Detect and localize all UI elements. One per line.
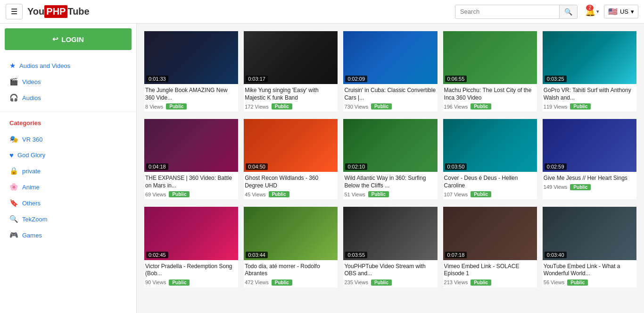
video-card[interactable]: 0:03:17 Mike Yung singing 'Easy' with Ma… [244, 31, 338, 111]
view-count: 149 Views [544, 184, 568, 190]
video-info: Cruisin' in Cuba: Classic Convertible Ca… [343, 84, 437, 111]
video-meta: 107 Views Public [444, 191, 536, 197]
video-info: Wild Atlantic Way in 360: Surfing Below … [343, 172, 437, 199]
video-info: The Jungle Book AMAZING New 360 Vide... … [144, 84, 238, 111]
visibility-badge: Public [272, 103, 292, 110]
vr-icon: 🎭 [9, 135, 18, 144]
sidebar-item-label: Others [22, 200, 41, 207]
video-card[interactable]: 0:02:09 Cruisin' in Cuba: Classic Conver… [343, 31, 437, 111]
video-thumbnail: 0:03:40 [543, 207, 636, 260]
video-duration: 0:03:25 [545, 76, 567, 82]
logo-php: PHP [44, 5, 67, 18]
video-title: YouTube Embed Link - What a Wonderful Wo… [544, 263, 636, 278]
video-thumbnail: 0:03:50 [443, 119, 537, 172]
video-card[interactable]: 0:03:50 Cover - Deus é Deus - Hellen Car… [443, 119, 537, 199]
star-icon: ★ [9, 61, 16, 70]
video-title: Victor Pradella - Redemption Song (Bob..… [145, 263, 237, 278]
video-card[interactable]: 0:03:44 Todo dia, até morrer - Rodolfo A… [244, 207, 338, 287]
video-meta: 119 Views Public [544, 103, 636, 110]
view-count: 235 Views [344, 279, 368, 285]
video-duration: 0:04:18 [146, 163, 168, 170]
search-input[interactable] [455, 5, 559, 18]
logo-you: You [27, 6, 44, 17]
video-thumbnail: 0:06:55 [443, 31, 537, 84]
video-thumbnail: 0:01:33 [144, 31, 238, 84]
sidebar-item-games[interactable]: 🎮 Games [0, 227, 136, 243]
header-right: 🔔 2 ▾ 🇺🇸 US ▾ [585, 5, 638, 18]
video-meta: 69 Views Public [145, 191, 237, 197]
sidebar-item-label: God Glory [17, 152, 45, 159]
video-thumbnail: 0:02:09 [343, 31, 437, 84]
video-card[interactable]: 0:04:18 THE EXPANSE | 360 Video: Battle … [144, 119, 238, 199]
video-card[interactable]: 0:03:25 GoPro VR: Tahiti Surf with Antho… [543, 31, 636, 111]
video-title: Give Me Jesus // Her Heart Sings [544, 175, 636, 182]
video-info: Mike Yung singing 'Easy' with Majestic K… [244, 84, 338, 111]
sidebar-item-label: private [22, 168, 41, 175]
header: ☰ YouPHPTube 🔍 🔔 2 ▾ 🇺🇸 US ▾ [0, 0, 644, 24]
video-card[interactable]: 0:02:59 Give Me Jesus // Her Heart Sings… [543, 119, 636, 199]
sidebar-item-videos[interactable]: 🎬 Videos [0, 74, 136, 90]
video-card[interactable]: 0:03:40 YouTube Embed Link - What a Wond… [543, 207, 636, 287]
visibility-badge: Public [166, 103, 187, 110]
video-title: Todo dia, até morrer - Rodolfo Abrantes [245, 263, 337, 278]
sidebar-nav-section: ★ Audios and Videos 🎬 Videos 🎧 Audios [0, 55, 136, 109]
video-info: Victor Pradella - Redemption Song (Bob..… [144, 260, 238, 288]
visibility-badge: Public [272, 279, 292, 286]
video-meta: 149 Views Public [544, 184, 636, 190]
video-title: Cover - Deus é Deus - Hellen Caroline [444, 175, 536, 189]
sidebar-item-label: TekZoom [22, 216, 47, 223]
flower-icon: 🌸 [9, 183, 18, 191]
video-info: YouTube Embed Link - What a Wonderful Wo… [543, 260, 636, 288]
video-card[interactable]: 0:04:50 Ghost Recon Wildlands - 360 Degr… [244, 119, 338, 199]
video-info: THE EXPANSE | 360 Video: Battle on Mars … [144, 172, 238, 199]
login-label: LOGIN [61, 35, 84, 43]
visibility-badge: Public [567, 279, 588, 286]
video-card[interactable]: 0:07:18 Vimeo Embed Link - SOLACE Episod… [443, 207, 537, 287]
language-chevron-icon: ▾ [631, 8, 634, 15]
sidebar-item-god-glory[interactable]: ♥ God Glory [0, 147, 136, 163]
login-button[interactable]: ↩ LOGIN [5, 28, 132, 50]
logo: YouPHPTube [27, 5, 90, 18]
sidebar-item-tekzoom[interactable]: 🔍 TekZoom [0, 211, 136, 227]
sidebar-categories-section: 🎭 VR 360 ♥ God Glory 🔒 private 🌸 Anime 🔖… [0, 128, 136, 246]
categories-title: Categories [0, 115, 136, 128]
visibility-badge: Public [570, 184, 591, 190]
video-title: Wild Atlantic Way in 360: Surfing Below … [344, 175, 436, 189]
video-duration: 0:03:17 [246, 76, 268, 82]
notifications-button[interactable]: 🔔 2 ▾ [585, 7, 599, 17]
video-meta: 51 Views Public [344, 191, 436, 197]
video-card[interactable]: 0:03:55 YouPHPTube Video Stream with OBS… [343, 207, 437, 287]
view-count: 196 Views [444, 104, 468, 110]
video-title: THE EXPANSE | 360 Video: Battle on Mars … [145, 175, 237, 189]
video-duration: 0:02:09 [345, 76, 367, 82]
video-thumbnail: 0:03:44 [244, 207, 338, 260]
sidebar-item-anime[interactable]: 🌸 Anime [0, 179, 136, 195]
sidebar-item-audios[interactable]: 🎧 Audios [0, 90, 136, 106]
menu-button[interactable]: ☰ [6, 4, 23, 19]
sidebar-item-label: Audios and Videos [19, 62, 70, 69]
search-button[interactable]: 🔍 [559, 5, 577, 18]
video-title: Mike Yung singing 'Easy' with Majestic K… [245, 87, 337, 102]
visibility-badge: Public [169, 279, 190, 286]
sidebar-item-audios-videos[interactable]: ★ Audios and Videos [0, 58, 136, 74]
sidebar-item-label: Anime [22, 184, 40, 191]
video-card[interactable]: 0:01:33 The Jungle Book AMAZING New 360 … [144, 31, 238, 111]
view-count: 213 Views [444, 279, 468, 285]
video-meta: 730 Views Public [344, 103, 436, 110]
sidebar-item-private[interactable]: 🔒 private [0, 163, 136, 179]
language-button[interactable]: 🇺🇸 US ▾ [604, 5, 638, 18]
video-card[interactable]: 0:06:55 Machu Picchu: The Lost City of t… [443, 31, 537, 111]
video-thumbnail: 0:03:55 [343, 207, 437, 260]
main-content: 0:01:33 The Jungle Book AMAZING New 360 … [137, 24, 644, 305]
video-card[interactable]: 0:02:10 Wild Atlantic Way in 360: Surfin… [343, 119, 437, 199]
video-duration: 0:02:45 [146, 252, 168, 258]
video-info: YouPHPTube Video Stream with OBS and... … [343, 260, 437, 288]
sidebar-item-vr360[interactable]: 🎭 VR 360 [0, 131, 136, 147]
sidebar-item-others[interactable]: 🔖 Others [0, 195, 136, 211]
language-code: US [620, 8, 628, 15]
video-card[interactable]: 0:02:45 Victor Pradella - Redemption Son… [144, 207, 238, 287]
video-info: Give Me Jesus // Her Heart Sings 149 Vie… [543, 172, 636, 192]
video-meta: 8 Views Public [145, 103, 237, 110]
view-count: 119 Views [544, 104, 568, 110]
video-title: Ghost Recon Wildlands - 360 Degree UHD [245, 175, 337, 189]
